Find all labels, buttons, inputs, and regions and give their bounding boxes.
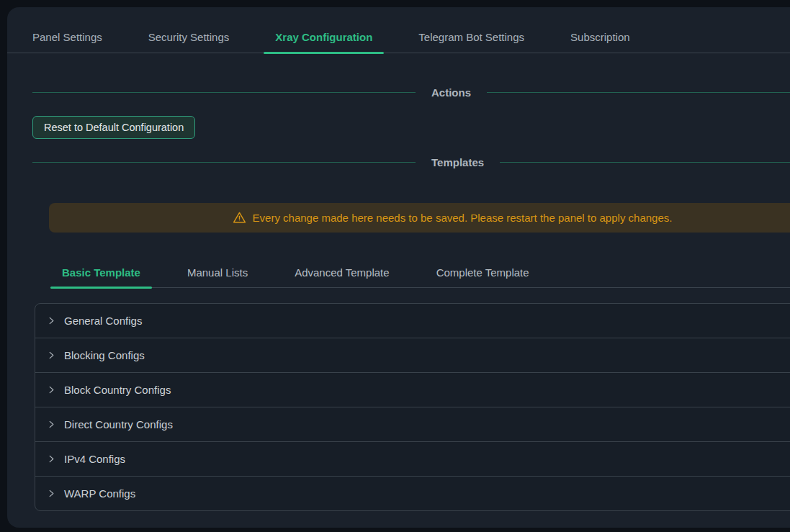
- configs-collapse-list: General Configs Blocking Configs Block C…: [35, 303, 790, 511]
- actions-divider: Actions: [32, 84, 790, 100]
- reset-default-configuration-button[interactable]: Reset to Default Configuration: [32, 116, 195, 139]
- collapse-header-label: WARP Configs: [64, 487, 135, 500]
- actions-section-label: Actions: [431, 86, 471, 99]
- divider-line: [500, 162, 790, 163]
- collapse-header-label: Blocking Configs: [64, 349, 145, 361]
- chevron-right-icon: [48, 317, 55, 325]
- warning-text: Every change made here needs to be saved…: [253, 212, 673, 224]
- tab-complete-template[interactable]: Complete Template: [425, 266, 541, 287]
- collapse-header-general-configs[interactable]: General Configs: [35, 304, 790, 338]
- collapse-header-block-country-configs[interactable]: Block Country Configs: [35, 372, 790, 407]
- tab-content: Actions Reset to Default Configuration T…: [7, 84, 790, 511]
- settings-card: Panel Settings Security Settings Xray Co…: [7, 7, 790, 528]
- divider-line: [32, 92, 416, 93]
- main-tab-bar: Panel Settings Security Settings Xray Co…: [7, 7, 790, 53]
- collapse-header-label: Direct Country Configs: [64, 418, 173, 430]
- collapse-header-blocking-configs[interactable]: Blocking Configs: [35, 338, 790, 372]
- chevron-right-icon: [48, 351, 55, 359]
- template-tab-bar: Basic Template Manual Lists Advanced Tem…: [50, 260, 790, 288]
- tab-manual-lists[interactable]: Manual Lists: [176, 266, 259, 287]
- templates-divider: Templates: [32, 154, 790, 170]
- collapse-header-ipv4-configs[interactable]: IPv4 Configs: [35, 441, 790, 476]
- divider-line: [32, 162, 416, 163]
- chevron-right-icon: [48, 386, 55, 394]
- collapse-header-label: IPv4 Configs: [64, 453, 125, 465]
- tab-telegram-bot-settings[interactable]: Telegram Bot Settings: [407, 30, 536, 53]
- collapse-header-label: General Configs: [64, 315, 142, 327]
- templates-section-label: Templates: [431, 156, 484, 168]
- warning-triangle-icon: [233, 211, 246, 225]
- chevron-right-icon: [48, 490, 55, 497]
- tab-xray-configuration[interactable]: Xray Configuration: [264, 30, 384, 53]
- collapse-header-label: Block Country Configs: [64, 384, 171, 396]
- tab-advanced-template[interactable]: Advanced Template: [283, 266, 400, 287]
- collapse-header-warp-configs[interactable]: WARP Configs: [35, 476, 790, 510]
- tab-basic-template[interactable]: Basic Template: [50, 266, 152, 287]
- chevron-right-icon: [48, 420, 55, 428]
- tab-panel-settings[interactable]: Panel Settings: [21, 30, 114, 53]
- divider-line: [487, 92, 790, 93]
- tab-subscription[interactable]: Subscription: [559, 30, 642, 53]
- tab-security-settings[interactable]: Security Settings: [137, 30, 241, 53]
- collapse-header-direct-country-configs[interactable]: Direct Country Configs: [35, 407, 790, 441]
- warning-banner: Every change made here needs to be saved…: [49, 203, 790, 233]
- chevron-right-icon: [48, 455, 55, 463]
